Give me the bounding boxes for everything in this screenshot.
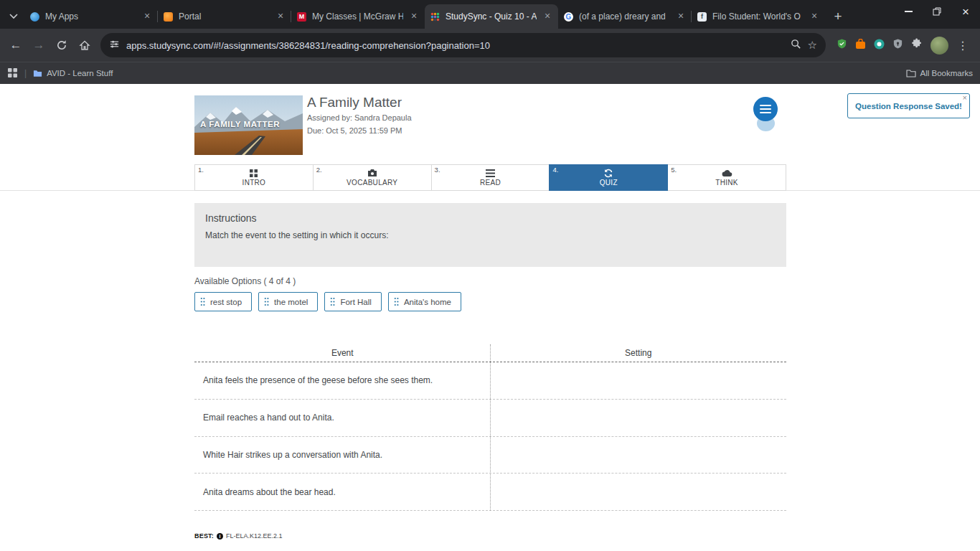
tab-portal[interactable]: Portal ×	[158, 4, 291, 29]
step-label: INTRO	[242, 179, 266, 187]
restore-button[interactable]	[923, 0, 951, 23]
tab-my-classes[interactable]: M My Classes | McGraw Hill ×	[291, 4, 425, 29]
thumbnail-title-text: A FAMILY MATTER	[200, 120, 280, 128]
menu-audio-button[interactable]	[753, 97, 778, 133]
extensions-puzzle-icon[interactable]	[911, 38, 923, 52]
minimize-button[interactable]	[894, 0, 923, 23]
event-text: White Hair strikes up a conversation wit…	[194, 450, 491, 460]
standards-footer: BEST: i FL-ELA.K12.EE.2.1	[194, 532, 283, 540]
option-chip[interactable]: rest stop	[194, 292, 252, 311]
assigned-by-text: Assigned by: Sandra Depaula	[307, 113, 412, 122]
step-quiz[interactable]: 4. QUIZ	[549, 164, 668, 191]
back-button[interactable]: ←	[4, 34, 27, 57]
profile-avatar[interactable]	[930, 37, 948, 55]
tab-filo[interactable]: f Filo Student: World's O ×	[692, 4, 825, 29]
filo-favicon: f	[697, 11, 707, 22]
setting-drop-zone[interactable]	[491, 474, 787, 510]
bookmarks-divider: |	[24, 68, 27, 78]
tab-google-search[interactable]: G (of a place) dreary and ×	[558, 4, 692, 29]
google-favicon: G	[563, 11, 574, 22]
browser-menu-icon[interactable]: ⋮	[956, 39, 969, 52]
window-controls: ×	[894, 0, 980, 23]
info-icon[interactable]: i	[217, 533, 223, 540]
setting-drop-zone[interactable]	[491, 400, 787, 436]
tab-label: (of a place) dreary and	[579, 11, 670, 22]
tab-strip: My Apps × Portal × M My Classes | McGraw…	[0, 0, 980, 29]
tab-label: My Apps	[45, 11, 136, 22]
standard-code: FL-ELA.K12.EE.2.1	[226, 532, 283, 540]
studysync-page: Question Response Saved! × A FAMILY MATT…	[0, 84, 980, 551]
bookmark-avid[interactable]: AVID - Learn Stuff	[33, 69, 113, 77]
due-date-text: Due: Oct 5, 2025 11:59 PM	[307, 126, 402, 135]
adblock-shield-icon[interactable]	[837, 38, 847, 52]
new-tab-button[interactable]: +	[828, 6, 848, 27]
bookmark-star-icon[interactable]: ☆	[808, 39, 817, 52]
step-think[interactable]: 5. THINK	[667, 164, 786, 191]
setting-drop-zone[interactable]	[491, 437, 787, 474]
option-chip-label: Fort Hall	[340, 298, 371, 306]
forward-button[interactable]: →	[27, 34, 50, 57]
step-label: QUIZ	[600, 179, 618, 187]
option-chip[interactable]: the motel	[258, 292, 318, 311]
step-label: THINK	[715, 179, 738, 187]
intro-icon	[249, 168, 258, 178]
zoom-icon[interactable]	[791, 39, 801, 52]
step-vocabulary[interactable]: 2. VOCABULARY	[313, 164, 432, 191]
privacy-shield-icon[interactable]	[892, 38, 903, 52]
step-intro[interactable]: 1. INTRO	[194, 164, 314, 191]
option-chip-label: the motel	[274, 298, 308, 306]
close-window-button[interactable]: ×	[951, 0, 980, 23]
tab-close-icon[interactable]: ×	[542, 11, 553, 22]
tab-studysync-active[interactable]: StudySync - Quiz 10 - A ×	[425, 4, 558, 29]
reload-button[interactable]	[50, 34, 73, 57]
my-apps-favicon	[29, 11, 40, 22]
assignment-content: A FAMILY MATTER A Family Matter Assigned…	[194, 84, 786, 551]
tab-close-icon[interactable]: ×	[809, 11, 820, 22]
saved-notification: Question Response Saved! ×	[847, 93, 970, 118]
instructions-title: Instructions	[205, 212, 776, 224]
option-chip[interactable]: Fort Hall	[324, 292, 381, 311]
tab-close-icon[interactable]: ×	[675, 11, 687, 22]
bookmark-folder-icon	[33, 70, 42, 77]
step-number: 2.	[316, 166, 322, 174]
all-bookmarks-button[interactable]: All Bookmarks	[906, 69, 974, 77]
tab-search-icon[interactable]	[3, 4, 24, 29]
option-chip[interactable]: Anita's home	[388, 292, 461, 311]
site-info-icon[interactable]	[109, 39, 120, 52]
step-label: READ	[480, 179, 501, 187]
event-text: Anita dreams about the bear head.	[194, 487, 491, 497]
cloud-icon	[722, 168, 732, 178]
tab-close-icon[interactable]: ×	[141, 11, 153, 22]
teal-extension-icon[interactable]	[874, 39, 885, 52]
tab-label: Filo Student: World's O	[712, 11, 804, 22]
saved-notification-text: Question Response Saved!	[855, 102, 962, 110]
menu-lines-icon	[486, 168, 495, 178]
url-text[interactable]: apps.studysync.com/#!/assignments/386284…	[126, 40, 784, 51]
lesson-steps: 1. INTRO 2. VOCABULARY 3. READ	[194, 164, 786, 191]
address-bar[interactable]: apps.studysync.com/#!/assignments/386284…	[100, 33, 826, 57]
hamburger-menu-icon[interactable]	[753, 97, 778, 121]
tab-my-apps[interactable]: My Apps ×	[24, 4, 158, 29]
step-label: VOCABULARY	[347, 179, 397, 187]
setting-column-header: Setting	[491, 344, 787, 362]
side-panel-grid-icon[interactable]	[7, 67, 18, 80]
step-read[interactable]: 3. READ	[431, 164, 550, 191]
drag-handle-icon	[200, 297, 205, 306]
best-label: BEST:	[194, 532, 214, 540]
camera-icon	[367, 168, 377, 178]
event-text: Email reaches a hand out to Anita.	[194, 413, 491, 423]
event-text: Anita feels the presence of the geese be…	[194, 375, 491, 385]
option-chips: rest stop the motel Fort Hall Anita's ho…	[194, 292, 461, 311]
home-button[interactable]	[73, 34, 96, 57]
tab-close-icon[interactable]: ×	[275, 11, 286, 22]
browser-toolbar: ← → apps.studysync.com/#!/assignments/38…	[0, 29, 980, 62]
drag-handle-icon	[330, 297, 335, 306]
column-divider	[490, 344, 491, 511]
step-number: 5.	[671, 166, 677, 174]
bookmark-label: AVID - Learn Stuff	[47, 69, 113, 77]
notification-close-icon[interactable]: ×	[963, 93, 967, 102]
setting-drop-zone[interactable]	[491, 362, 787, 399]
tab-close-icon[interactable]: ×	[408, 11, 420, 22]
shopping-extension-icon[interactable]	[855, 39, 866, 52]
folder-icon	[906, 70, 916, 77]
